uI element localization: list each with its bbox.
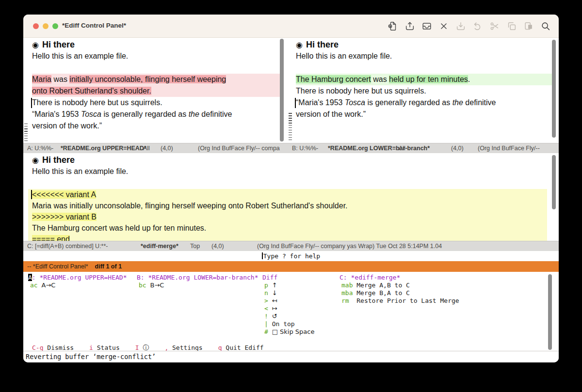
panel-key-settings[interactable]: , Settings [164, 344, 202, 351]
text-line: version of the work.” [287, 109, 559, 120]
panel-key-prev-diff[interactable]: p ↑ [264, 282, 277, 289]
blank-line [23, 177, 559, 189]
blank-line [23, 62, 286, 74]
modeline-b-buffer-name: *README.org LOWER=bar-branch* [328, 145, 430, 152]
modeline-b-modes: (Org Ind BufFace Fly/-- [478, 145, 540, 152]
text-line: Hello this is an example file. [23, 166, 559, 177]
zoom-window-button[interactable] [52, 23, 58, 29]
modeline-a-position: All [143, 145, 150, 152]
modeline-c-modes: (Org Ind BufFace Fly/-- company yas Wrap… [257, 243, 442, 250]
modeline-c-position: Top [190, 243, 200, 250]
text-cursor [262, 252, 263, 259]
panel-key-shrink-right[interactable]: > ↤ [264, 297, 277, 304]
panel-key-bc[interactable]: bc B→C [139, 282, 164, 289]
diff-a-line-1: Maria was initially unconsolable, flingi… [32, 74, 280, 85]
panel-key-ac[interactable]: ac A→C [30, 282, 55, 289]
panel-header-bar: -- *Ediff Control Panel* diff 1 of 1 [23, 261, 559, 272]
text-line: Hello this is an example file. [287, 50, 559, 62]
undo-icon[interactable] [472, 21, 483, 31]
buffer-b-window[interactable]: ◉Hi there Hello this is an example file.… [287, 38, 559, 143]
share-icon[interactable] [404, 21, 415, 31]
panel-help-hint-line[interactable]: Type ? for help [23, 251, 559, 261]
modeline-b-coords: (4,0) [451, 145, 464, 152]
save-icon[interactable] [455, 21, 466, 31]
panel-key-quit[interactable]: q Quit Ediff [218, 344, 264, 351]
panel-key-mab[interactable]: mab Merge A,B to C [341, 282, 410, 289]
fringe-empty-line-indicator [289, 113, 292, 141]
panel-key-mba[interactable]: mba Merge B,A to C [341, 289, 410, 297]
traffic-lights [33, 23, 58, 29]
panel-scrollbar[interactable] [548, 274, 552, 350]
modeline-a-coords: (4,0) [161, 145, 173, 152]
blank-line [287, 62, 559, 74]
diff-a-line-2: onto Robert Sutherland's shoulder. [32, 85, 280, 97]
modeline-b-prefix: B: U:%%- [292, 145, 318, 152]
text-line: There is nobody here but us squirrels. [287, 85, 559, 97]
modeline-c[interactable]: C: [=diff(A+B) combined] U:**- *ediff-me… [23, 241, 559, 251]
panel-key-dismiss[interactable]: C-g Dismiss [32, 344, 74, 351]
org-heading: ◉Hi there [23, 154, 559, 166]
conflict-marker-end: ===== end [32, 234, 547, 241]
text-cursor [295, 98, 296, 108]
new-document-icon[interactable] [388, 21, 398, 31]
help-hint: Type ? for help [263, 252, 320, 260]
paste-icon[interactable] [523, 21, 534, 31]
modeline-c-coords: (4,0) [211, 243, 224, 250]
block-cursor: A [28, 274, 32, 281]
panel-col-b-header: B: *README.org LOWER=bar-branch* [137, 274, 258, 281]
titlebar[interactable]: *Ediff Control Panel* [23, 15, 559, 38]
modeline-c-prefix: C: [=diff(A+B) combined] U:**- [27, 243, 108, 250]
text-line: “Maria's 1953 Tosca is generally regarde… [23, 109, 286, 120]
text-line: “Maria's 1953 Tosca is generally regarde… [287, 97, 559, 109]
close-window-button[interactable] [33, 23, 39, 29]
screenshot-stage: *Ediff Control Panel* [0, 0, 582, 392]
drawer-icon[interactable] [421, 21, 432, 31]
conflict-body-a: Maria was initially unconsolable, flingi… [32, 200, 547, 211]
merge-buffer-scrollbar[interactable] [552, 155, 556, 209]
panel-key-status[interactable]: i Status [89, 344, 120, 351]
panel-key-on-top[interactable]: | On top [264, 320, 295, 328]
buffer-a-scrollbar[interactable] [280, 39, 284, 141]
panel-key-info[interactable]: I ⓘ [135, 344, 149, 351]
panel-key-skip-space[interactable]: # □ Skip Space [264, 328, 314, 335]
close-icon[interactable] [438, 21, 449, 31]
panel-bottom-keys: C-g Dismiss i Status I ⓘ , Settings q Qu… [32, 344, 264, 351]
buffer-b-scrollbar[interactable] [552, 40, 556, 138]
panel-key-recompute[interactable]: ! ↺ [264, 313, 277, 320]
panel-key-shrink-left[interactable]: < ↦ [264, 305, 277, 312]
diff-b-line: The Hamburg concert was held up for ten … [296, 74, 553, 85]
panel-col-c-header: C: *ediff-merge* [340, 274, 400, 281]
panel-col-a-header: A: *README.org UPPER=HEAD* [28, 274, 127, 281]
org-bullet-icon: ◉ [32, 156, 39, 165]
panel-key-next-diff[interactable]: n ↓ [264, 289, 277, 297]
text-cursor [31, 190, 32, 199]
panel-key-rm[interactable]: rm Restore Prior to Last Merge [341, 297, 459, 304]
toolbar [388, 21, 551, 31]
panel-header-title: -- *Ediff Control Panel* [27, 263, 88, 270]
org-bullet-icon: ◉ [296, 40, 303, 49]
modeline-a-buffer-name: *README.org UPPER=HEAD* [61, 145, 146, 152]
org-bullet-icon: ◉ [32, 40, 39, 49]
text-line: There is nobody here but us squirrels. [23, 97, 286, 109]
org-heading: ◉Hi there [287, 39, 559, 50]
buffer-a-window[interactable]: ◉Hi there Hello this is an example file.… [23, 38, 286, 143]
panel-col-diff-header: Diff [262, 274, 277, 281]
modeline-b-position: All [399, 145, 405, 152]
cut-icon[interactable] [489, 21, 500, 31]
org-heading: ◉Hi there [23, 39, 286, 50]
minimize-window-button[interactable] [43, 23, 48, 29]
search-icon[interactable] [540, 21, 551, 31]
merge-conflict-region: <<<<<<< variant A Maria was initially un… [28, 189, 547, 241]
conflict-marker-a: <<<<<<< variant A [32, 189, 547, 200]
text-cursor [31, 98, 32, 108]
ediff-control-panel[interactable]: A: *README.org UPPER=HEAD* B: *README.or… [23, 272, 559, 351]
text-line: version of the work.” [23, 120, 286, 132]
modeline-a-modes: (Org Ind BufFace Fly/-- compa [198, 145, 280, 152]
info-icon: ⓘ [143, 344, 149, 351]
copy-icon[interactable] [506, 21, 517, 31]
modeline-a-b[interactable]: A: U:%%- *README.org UPPER=HEAD* All (4,… [23, 143, 559, 153]
merge-buffer-window[interactable]: ◉Hi there Hello this is an example file.… [23, 153, 559, 241]
emacs-window: *Ediff Control Panel* [23, 15, 559, 362]
conflict-body-b: The Hamburg concert was held up for ten … [32, 222, 547, 234]
fringe-empty-line-indicator [24, 124, 28, 141]
